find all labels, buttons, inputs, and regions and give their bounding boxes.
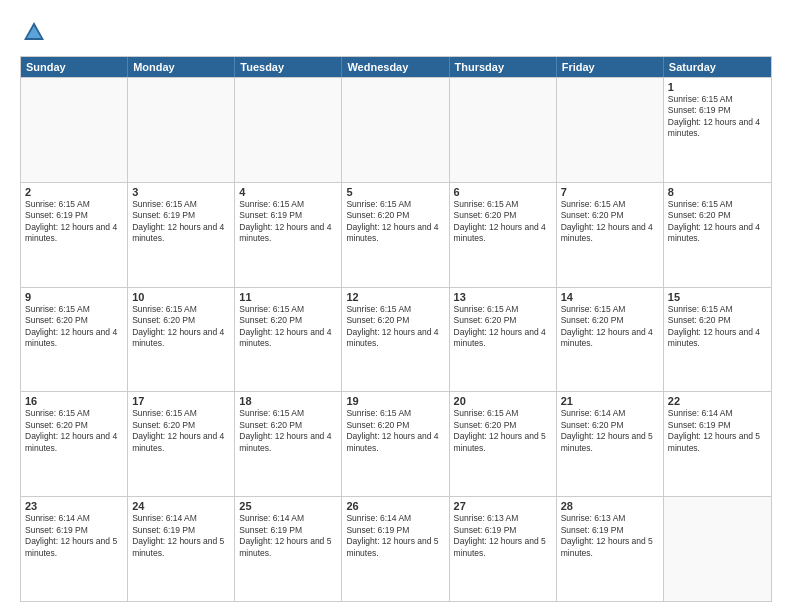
day-info: Sunrise: 6:15 AM Sunset: 6:20 PM Dayligh… <box>239 304 337 350</box>
day-info: Sunrise: 6:14 AM Sunset: 6:19 PM Dayligh… <box>239 513 337 559</box>
day-info: Sunrise: 6:13 AM Sunset: 6:19 PM Dayligh… <box>561 513 659 559</box>
day-info: Sunrise: 6:15 AM Sunset: 6:20 PM Dayligh… <box>346 304 444 350</box>
day-info: Sunrise: 6:15 AM Sunset: 6:20 PM Dayligh… <box>239 408 337 454</box>
day-number: 18 <box>239 395 337 407</box>
day-info: Sunrise: 6:14 AM Sunset: 6:19 PM Dayligh… <box>132 513 230 559</box>
day-info: Sunrise: 6:15 AM Sunset: 6:19 PM Dayligh… <box>132 199 230 245</box>
cal-cell: 13Sunrise: 6:15 AM Sunset: 6:20 PM Dayli… <box>450 288 557 392</box>
cal-cell: 19Sunrise: 6:15 AM Sunset: 6:20 PM Dayli… <box>342 392 449 496</box>
day-number: 15 <box>668 291 767 303</box>
day-info: Sunrise: 6:15 AM Sunset: 6:20 PM Dayligh… <box>454 199 552 245</box>
cal-cell: 5Sunrise: 6:15 AM Sunset: 6:20 PM Daylig… <box>342 183 449 287</box>
calendar-body: 1Sunrise: 6:15 AM Sunset: 6:19 PM Daylig… <box>21 77 771 601</box>
day-number: 7 <box>561 186 659 198</box>
cal-cell: 8Sunrise: 6:15 AM Sunset: 6:20 PM Daylig… <box>664 183 771 287</box>
cal-row-2: 9Sunrise: 6:15 AM Sunset: 6:20 PM Daylig… <box>21 287 771 392</box>
day-number: 26 <box>346 500 444 512</box>
cal-cell: 12Sunrise: 6:15 AM Sunset: 6:20 PM Dayli… <box>342 288 449 392</box>
cal-cell: 4Sunrise: 6:15 AM Sunset: 6:19 PM Daylig… <box>235 183 342 287</box>
day-info: Sunrise: 6:15 AM Sunset: 6:19 PM Dayligh… <box>25 199 123 245</box>
cal-cell: 1Sunrise: 6:15 AM Sunset: 6:19 PM Daylig… <box>664 78 771 182</box>
day-info: Sunrise: 6:13 AM Sunset: 6:19 PM Dayligh… <box>454 513 552 559</box>
day-info: Sunrise: 6:15 AM Sunset: 6:20 PM Dayligh… <box>454 304 552 350</box>
day-number: 27 <box>454 500 552 512</box>
cal-row-3: 16Sunrise: 6:15 AM Sunset: 6:20 PM Dayli… <box>21 391 771 496</box>
day-number: 3 <box>132 186 230 198</box>
cal-header-tuesday: Tuesday <box>235 57 342 77</box>
day-number: 23 <box>25 500 123 512</box>
day-number: 28 <box>561 500 659 512</box>
day-info: Sunrise: 6:14 AM Sunset: 6:19 PM Dayligh… <box>346 513 444 559</box>
cal-cell: 11Sunrise: 6:15 AM Sunset: 6:20 PM Dayli… <box>235 288 342 392</box>
day-number: 6 <box>454 186 552 198</box>
cal-cell: 7Sunrise: 6:15 AM Sunset: 6:20 PM Daylig… <box>557 183 664 287</box>
day-number: 24 <box>132 500 230 512</box>
day-number: 11 <box>239 291 337 303</box>
cal-cell: 14Sunrise: 6:15 AM Sunset: 6:20 PM Dayli… <box>557 288 664 392</box>
day-number: 21 <box>561 395 659 407</box>
cal-cell <box>557 78 664 182</box>
cal-cell: 16Sunrise: 6:15 AM Sunset: 6:20 PM Dayli… <box>21 392 128 496</box>
day-info: Sunrise: 6:15 AM Sunset: 6:20 PM Dayligh… <box>346 199 444 245</box>
cal-cell: 6Sunrise: 6:15 AM Sunset: 6:20 PM Daylig… <box>450 183 557 287</box>
day-number: 12 <box>346 291 444 303</box>
cal-cell: 24Sunrise: 6:14 AM Sunset: 6:19 PM Dayli… <box>128 497 235 601</box>
day-number: 20 <box>454 395 552 407</box>
day-number: 17 <box>132 395 230 407</box>
day-info: Sunrise: 6:15 AM Sunset: 6:20 PM Dayligh… <box>561 199 659 245</box>
day-number: 2 <box>25 186 123 198</box>
day-info: Sunrise: 6:15 AM Sunset: 6:20 PM Dayligh… <box>132 408 230 454</box>
cal-cell: 2Sunrise: 6:15 AM Sunset: 6:19 PM Daylig… <box>21 183 128 287</box>
page: SundayMondayTuesdayWednesdayThursdayFrid… <box>0 0 792 612</box>
cal-header-friday: Friday <box>557 57 664 77</box>
logo-icon <box>20 18 48 46</box>
day-info: Sunrise: 6:15 AM Sunset: 6:19 PM Dayligh… <box>239 199 337 245</box>
day-info: Sunrise: 6:15 AM Sunset: 6:20 PM Dayligh… <box>25 408 123 454</box>
cal-cell: 9Sunrise: 6:15 AM Sunset: 6:20 PM Daylig… <box>21 288 128 392</box>
cal-cell: 28Sunrise: 6:13 AM Sunset: 6:19 PM Dayli… <box>557 497 664 601</box>
day-info: Sunrise: 6:15 AM Sunset: 6:19 PM Dayligh… <box>668 94 767 140</box>
day-info: Sunrise: 6:14 AM Sunset: 6:20 PM Dayligh… <box>561 408 659 454</box>
cal-cell: 21Sunrise: 6:14 AM Sunset: 6:20 PM Dayli… <box>557 392 664 496</box>
cal-row-4: 23Sunrise: 6:14 AM Sunset: 6:19 PM Dayli… <box>21 496 771 601</box>
day-number: 19 <box>346 395 444 407</box>
cal-header-sunday: Sunday <box>21 57 128 77</box>
header <box>20 18 772 46</box>
day-number: 14 <box>561 291 659 303</box>
cal-cell: 25Sunrise: 6:14 AM Sunset: 6:19 PM Dayli… <box>235 497 342 601</box>
calendar: SundayMondayTuesdayWednesdayThursdayFrid… <box>20 56 772 602</box>
cal-cell: 23Sunrise: 6:14 AM Sunset: 6:19 PM Dayli… <box>21 497 128 601</box>
cal-cell <box>21 78 128 182</box>
cal-cell <box>450 78 557 182</box>
cal-cell: 17Sunrise: 6:15 AM Sunset: 6:20 PM Dayli… <box>128 392 235 496</box>
cal-cell: 15Sunrise: 6:15 AM Sunset: 6:20 PM Dayli… <box>664 288 771 392</box>
cal-row-0: 1Sunrise: 6:15 AM Sunset: 6:19 PM Daylig… <box>21 77 771 182</box>
day-info: Sunrise: 6:15 AM Sunset: 6:20 PM Dayligh… <box>25 304 123 350</box>
cal-header-wednesday: Wednesday <box>342 57 449 77</box>
logo <box>20 18 52 46</box>
day-number: 25 <box>239 500 337 512</box>
day-number: 9 <box>25 291 123 303</box>
cal-cell <box>235 78 342 182</box>
cal-cell: 10Sunrise: 6:15 AM Sunset: 6:20 PM Dayli… <box>128 288 235 392</box>
day-number: 13 <box>454 291 552 303</box>
cal-cell <box>128 78 235 182</box>
day-number: 1 <box>668 81 767 93</box>
day-info: Sunrise: 6:15 AM Sunset: 6:20 PM Dayligh… <box>561 304 659 350</box>
cal-header-saturday: Saturday <box>664 57 771 77</box>
cal-header-monday: Monday <box>128 57 235 77</box>
cal-cell <box>664 497 771 601</box>
calendar-header-row: SundayMondayTuesdayWednesdayThursdayFrid… <box>21 57 771 77</box>
cal-cell: 18Sunrise: 6:15 AM Sunset: 6:20 PM Dayli… <box>235 392 342 496</box>
cal-cell: 3Sunrise: 6:15 AM Sunset: 6:19 PM Daylig… <box>128 183 235 287</box>
day-number: 5 <box>346 186 444 198</box>
day-info: Sunrise: 6:15 AM Sunset: 6:20 PM Dayligh… <box>346 408 444 454</box>
cal-cell: 27Sunrise: 6:13 AM Sunset: 6:19 PM Dayli… <box>450 497 557 601</box>
day-info: Sunrise: 6:14 AM Sunset: 6:19 PM Dayligh… <box>668 408 767 454</box>
day-info: Sunrise: 6:15 AM Sunset: 6:20 PM Dayligh… <box>668 199 767 245</box>
cal-cell: 22Sunrise: 6:14 AM Sunset: 6:19 PM Dayli… <box>664 392 771 496</box>
cal-header-thursday: Thursday <box>450 57 557 77</box>
cal-cell: 26Sunrise: 6:14 AM Sunset: 6:19 PM Dayli… <box>342 497 449 601</box>
day-number: 22 <box>668 395 767 407</box>
cal-cell <box>342 78 449 182</box>
